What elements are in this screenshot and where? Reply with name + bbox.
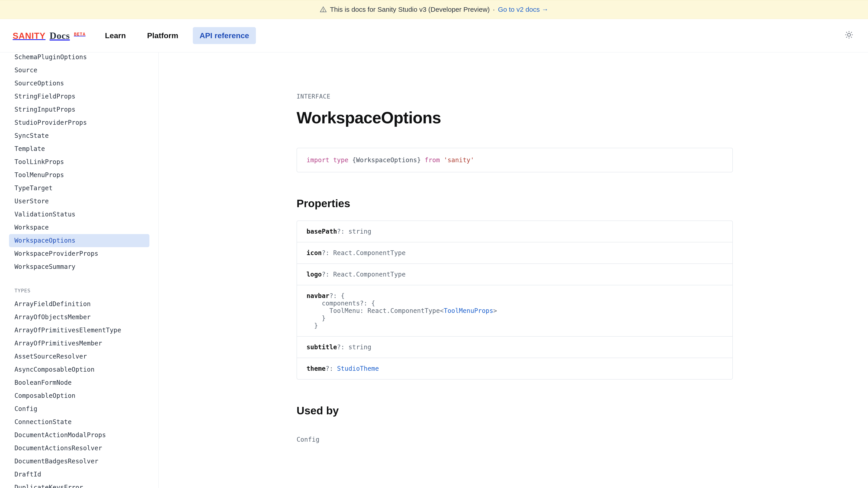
site-header: SANITY Docs BETA Learn Platform API refe… [0,19,868,53]
sidebar-item-workspaceoptions[interactable]: WorkspaceOptions [9,234,149,247]
sidebar-item-studioproviderprops[interactable]: StudioProviderProps [9,116,149,129]
nav-learn[interactable]: Learn [98,27,133,44]
brand-logo[interactable]: SANITY Docs BETA [13,30,86,41]
brand-docs: Docs [50,30,70,41]
sidebar-item-arrayfielddefinition[interactable]: ArrayFieldDefinition [9,297,149,311]
sidebar-item-duplicatekeyserror[interactable]: DuplicateKeysError [9,481,149,488]
property-name: navbar [307,292,329,300]
property-name: basePath [307,228,337,235]
svg-point-2 [847,33,850,36]
property-type: ?: string [337,344,371,351]
sidebar-item-workspacesummary[interactable]: WorkspaceSummary [9,260,149,273]
sidebar-item-documentactionsresolver[interactable]: DocumentActionsResolver [9,442,149,455]
banner-link-v2-docs[interactable]: Go to v2 docs → [498,6,548,13]
preview-banner: This is docs for Sanity Studio v3 (Devel… [0,0,868,19]
sidebar-item-documentbadgesresolver[interactable]: DocumentBadgesResolver [9,455,149,468]
brand-sanity: SANITY [13,31,45,41]
sidebar-item-schemapluginoptions[interactable]: SchemaPluginOptions [9,53,149,64]
sidebar-item-workspaceproviderprops[interactable]: WorkspaceProviderProps [9,247,149,260]
sidebar-item-stringfieldprops[interactable]: StringFieldProps [9,90,149,103]
usedby-link-config[interactable]: Config [297,436,319,443]
sidebar-item-documentactionmodalprops[interactable]: DocumentActionModalProps [9,429,149,442]
sidebar-item-template[interactable]: Template [9,142,149,156]
sidebar-item-toollinkprops[interactable]: ToolLinkProps [9,156,149,168]
sidebar-item-stringinputprops[interactable]: StringInputProps [9,103,149,116]
property-type: ?: React.ComponentType [322,271,405,278]
svg-line-10 [851,32,852,33]
sidebar-item-syncstate[interactable]: SyncState [9,129,149,142]
property-type: ?: [326,365,337,372]
sun-icon [844,30,854,41]
banner-separator: · [493,6,495,13]
sidebar-item-source[interactable]: Source [9,64,149,77]
sidebar-section-types-label: TYPES [9,278,149,297]
usedby-heading: Used by [297,404,733,417]
primary-nav: Learn Platform API reference [98,27,256,44]
property-type-link-studiotheme[interactable]: StudioTheme [337,365,379,372]
page-title: WorkspaceOptions [297,108,733,127]
property-row-theme: theme?: StudioTheme [297,358,733,379]
property-name: subtitle [307,344,337,351]
theme-toggle-button[interactable] [843,29,855,42]
import-symbol: WorkspaceOptions [356,156,417,164]
property-row-subtitle: subtitle?: string [297,337,733,358]
sidebar-item-booleanformnode[interactable]: BooleanFormNode [9,376,149,389]
page-eyebrow: INTERFACE [297,93,733,100]
sidebar-item-arrayofprimitiveselementtype[interactable]: ArrayOfPrimitivesElementType [9,324,149,337]
from-keyword: from [425,156,440,164]
property-row-basepath: basePath?: string [297,221,733,242]
svg-line-7 [846,32,847,33]
sidebar-group-types: ArrayFieldDefinitionArrayOfObjectsMember… [9,297,149,488]
property-type-link-toolmenuprops[interactable]: ToolMenuProps [444,307,493,315]
sidebar-item-asynccomposableoption[interactable]: AsyncComposableOption [9,363,149,376]
sidebar-item-connectionstate[interactable]: ConnectionState [9,416,149,429]
sidebar-item-draftid[interactable]: DraftId [9,468,149,481]
import-keyword: import [307,156,329,164]
svg-line-8 [851,37,852,38]
usedby-list: Config [297,428,733,443]
properties-heading: Properties [297,197,733,210]
brand-beta-badge: BETA [74,31,86,37]
property-type: ?: string [337,228,371,235]
property-row-icon: icon?: React.ComponentType [297,242,733,264]
property-row-navbar: navbar?: { components?: { ToolMenu: Reac… [297,285,733,337]
sidebar-item-toolmenuprops[interactable]: ToolMenuProps [9,168,149,182]
sidebar-group-interfaces: SchemaPluginOptionsSourceSourceOptionsSt… [9,53,149,273]
warning-icon [320,6,327,13]
sidebar-item-arrayofprimitivesmember[interactable]: ArrayOfPrimitivesMember [9,337,149,350]
sidebar-item-sourceoptions[interactable]: SourceOptions [9,77,149,90]
svg-line-9 [846,37,847,38]
svg-point-1 [323,11,323,11]
properties-table: basePath?: stringicon?: React.ComponentT… [297,221,733,380]
sidebar-item-config[interactable]: Config [9,402,149,416]
sidebar: SchemaPluginOptionsSourceSourceOptionsSt… [0,53,159,488]
sidebar-item-workspace[interactable]: Workspace [9,221,149,234]
sidebar-item-userstore[interactable]: UserStore [9,195,149,208]
property-type: ?: React.ComponentType [322,249,405,257]
property-name: icon [307,249,322,257]
property-row-logo: logo?: React.ComponentType [297,264,733,285]
nav-platform[interactable]: Platform [141,27,185,44]
import-code-block: import type {WorkspaceOptions} from 'san… [297,148,733,172]
sidebar-item-arrayofobjectsmember[interactable]: ArrayOfObjectsMember [9,311,149,324]
main-content: INTERFACE WorkspaceOptions import type {… [159,53,868,488]
property-name: logo [307,271,322,278]
import-module: 'sanity' [444,156,474,164]
property-name: theme [307,365,326,372]
nav-api-reference[interactable]: API reference [193,27,256,44]
banner-text: This is docs for Sanity Studio v3 (Devel… [330,6,490,13]
type-keyword: type [333,156,348,164]
sidebar-item-assetsourceresolver[interactable]: AssetSourceResolver [9,350,149,363]
sidebar-item-composableoption[interactable]: ComposableOption [9,389,149,402]
sidebar-item-validationstatus[interactable]: ValidationStatus [9,208,149,221]
sidebar-item-typetarget[interactable]: TypeTarget [9,182,149,195]
